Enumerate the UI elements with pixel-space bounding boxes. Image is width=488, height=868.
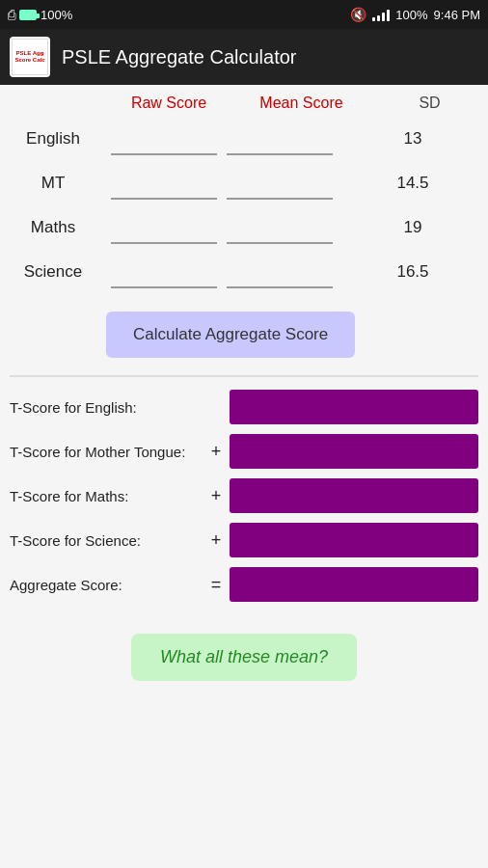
english-raw-input[interactable] xyxy=(111,122,217,155)
signal-bar-4 xyxy=(387,10,390,21)
app-bar: PSLE Agg Score Calc PSLE Aggregate Calcu… xyxy=(0,29,488,85)
result-science-label: T-Score for Science: xyxy=(10,532,203,549)
maths-mean-input[interactable] xyxy=(227,211,333,244)
signal-bar-3 xyxy=(382,13,385,21)
signal-bar-1 xyxy=(372,17,375,21)
results-section: T-Score for English: T-Score for Mother … xyxy=(0,377,488,614)
calculate-section: Calculate Aggregate Score xyxy=(0,294,488,375)
mt-raw-wrapper xyxy=(106,167,222,200)
result-science-operator: + xyxy=(208,530,224,551)
mt-row: MT 14.5 xyxy=(0,161,488,205)
app-title: PSLE Aggregate Calculator xyxy=(62,46,297,68)
maths-mean-wrapper xyxy=(222,211,338,244)
battery-icon xyxy=(19,10,37,20)
mt-raw-input[interactable] xyxy=(111,167,217,200)
english-raw-wrapper xyxy=(106,122,222,155)
clock: 9:46 PM xyxy=(434,8,480,22)
battery-percentage: 100% xyxy=(41,8,72,22)
calculate-button[interactable]: Calculate Aggregate Score xyxy=(106,312,355,358)
result-maths-label: T-Score for Maths: xyxy=(10,488,203,504)
signal-bar-2 xyxy=(377,15,380,21)
result-mt-label: T-Score for Mother Tongue: xyxy=(10,444,203,460)
science-label: Science xyxy=(0,262,106,282)
maths-raw-input[interactable] xyxy=(111,211,217,244)
result-science-bar xyxy=(230,523,478,557)
raw-score-header: Raw Score xyxy=(106,95,231,112)
signal-bars xyxy=(372,8,390,21)
science-raw-wrapper xyxy=(106,256,222,288)
mt-sd: 14.5 xyxy=(338,174,488,193)
table-header: Raw Score Mean Score SD xyxy=(0,85,488,117)
result-mt-row: T-Score for Mother Tongue: + xyxy=(10,429,478,474)
maths-sd: 19 xyxy=(338,218,488,237)
status-right: 🔇 100% 9:46 PM xyxy=(350,7,480,22)
main-content: Raw Score Mean Score SD English 13 MT 14… xyxy=(0,85,488,868)
english-mean-wrapper xyxy=(222,122,338,155)
result-science-row: T-Score for Science: + xyxy=(10,518,478,562)
mean-score-header: Mean Score xyxy=(231,95,371,112)
science-row: Science 16.5 xyxy=(0,250,488,294)
english-mean-input[interactable] xyxy=(227,122,333,155)
english-row: English 13 xyxy=(0,117,488,161)
mt-mean-wrapper xyxy=(222,167,338,200)
sd-header: SD xyxy=(371,95,488,112)
result-maths-row: T-Score for Maths: + xyxy=(10,474,478,518)
mt-label: MT xyxy=(0,174,106,193)
english-label: English xyxy=(0,129,106,149)
mt-mean-input[interactable] xyxy=(227,167,333,200)
maths-row: Maths 19 xyxy=(0,205,488,250)
status-bar: ⎙ 100% 🔇 100% 9:46 PM xyxy=(0,0,488,29)
app-icon: PSLE Agg Score Calc xyxy=(10,37,50,77)
result-aggregate-operator: = xyxy=(208,575,224,595)
maths-label: Maths xyxy=(0,218,106,237)
info-button[interactable]: What all these mean? xyxy=(131,634,357,681)
result-english-label: T-Score for English: xyxy=(10,399,203,416)
result-mt-bar xyxy=(230,434,478,469)
app-icon-text: PSLE Agg Score Calc xyxy=(12,39,48,75)
usb-icon: ⎙ xyxy=(8,7,15,22)
battery-full-label: 100% xyxy=(395,8,427,22)
science-mean-input[interactable] xyxy=(227,256,333,288)
result-aggregate-bar xyxy=(230,567,478,602)
maths-raw-wrapper xyxy=(106,211,222,244)
result-english-row: T-Score for English: xyxy=(10,385,478,429)
english-sd: 13 xyxy=(338,129,488,149)
science-raw-input[interactable] xyxy=(111,256,217,288)
result-mt-operator: + xyxy=(208,442,224,462)
result-maths-bar xyxy=(230,478,478,513)
result-maths-operator: + xyxy=(208,486,224,506)
result-aggregate-label: Aggregate Score: xyxy=(10,577,203,593)
mute-icon: 🔇 xyxy=(350,7,366,22)
science-mean-wrapper xyxy=(222,256,338,288)
result-english-bar xyxy=(230,390,478,424)
status-left: ⎙ 100% xyxy=(8,7,72,22)
info-section: What all these mean? xyxy=(0,614,488,700)
science-sd: 16.5 xyxy=(338,262,488,282)
result-aggregate-row: Aggregate Score: = xyxy=(10,562,478,607)
